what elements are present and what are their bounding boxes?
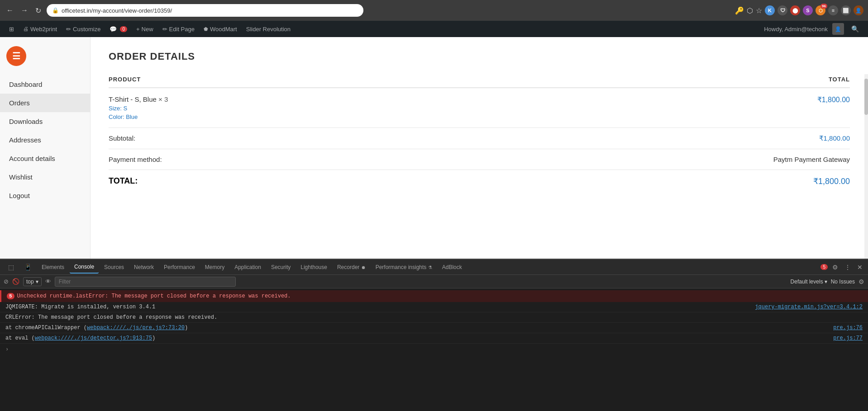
context-dropdown-icon: ▾ bbox=[36, 279, 38, 285]
ext-k-icon[interactable]: K bbox=[765, 5, 775, 15]
devtools-tab-inspect-icon[interactable]: ⬚ bbox=[4, 261, 19, 274]
wp-logo-item[interactable]: ⊞ bbox=[5, 21, 19, 37]
context-label: top bbox=[26, 279, 34, 285]
tab-performance[interactable]: Performance bbox=[159, 261, 200, 273]
sidebar-item-logout[interactable]: Logout bbox=[0, 186, 90, 205]
lock-icon: 🔒 bbox=[52, 7, 59, 14]
jqmigrate-text: JQMIGRATE: Migrate is installed, version… bbox=[5, 304, 746, 310]
chromewrapper-source[interactable]: pre.js:76 bbox=[833, 325, 863, 331]
sidebar-item-wishlist[interactable]: Wishlist bbox=[0, 168, 90, 186]
sidebar-item-orders[interactable]: Orders bbox=[0, 94, 90, 112]
order-table: PRODUCT TOTAL T-Shirt - S, Blue × 3 Size… bbox=[109, 71, 850, 193]
sidebar-item-account-details[interactable]: Account details bbox=[0, 149, 90, 168]
ext-window-icon[interactable]: ⬜ bbox=[841, 5, 851, 15]
tab-sources[interactable]: Sources bbox=[100, 261, 129, 273]
browser-right-icons: 🔑 ⬡ ☆ K 🛡 ⬤ S ⬡ 96 ≡ ⬜ 👤 bbox=[735, 5, 863, 15]
edit-page-icon: ✏ bbox=[162, 26, 167, 33]
ext-shield-icon[interactable]: 🛡 bbox=[777, 5, 787, 15]
default-levels-icon: ▾ bbox=[825, 279, 827, 285]
tab-adblock[interactable]: AdBlock bbox=[438, 261, 467, 273]
console-input-line[interactable]: › bbox=[0, 344, 868, 355]
devtools-settings-icon[interactable]: ⚙ bbox=[830, 262, 840, 273]
woodmart-item[interactable]: ⬟ WoodMart bbox=[199, 21, 242, 37]
eval-source[interactable]: pre.js:77 bbox=[833, 335, 863, 341]
ext-badge-icon[interactable]: ⬡ 96 bbox=[816, 5, 825, 15]
forward-button[interactable]: → bbox=[19, 5, 30, 16]
tab-network[interactable]: Network bbox=[129, 261, 158, 273]
page-wrapper: ☰ Dashboard Orders Downloads Addresses A… bbox=[0, 37, 868, 259]
customize-label: Customize bbox=[73, 26, 100, 33]
product-size: Size: S bbox=[109, 105, 433, 112]
slider-rev-label: Slider Revolution bbox=[246, 26, 291, 33]
tab-console[interactable]: Console bbox=[70, 261, 99, 274]
tab-performance-insights[interactable]: Performance insights ⚗ bbox=[371, 261, 437, 273]
subtotal-row: Subtotal: ₹1,800.00 bbox=[109, 128, 850, 149]
comments-item[interactable]: 💬 0 bbox=[105, 21, 132, 37]
ext-s-icon[interactable]: S bbox=[803, 5, 813, 15]
comments-badge: 0 bbox=[120, 26, 127, 32]
console-line-crlerror: CRLError: The message port closed before… bbox=[0, 312, 868, 323]
howdy-text: Howdy, Admin@techonk bbox=[759, 26, 832, 33]
wp-admin-bar: ⊞ 🖨 Web2print ✏ Customize 💬 0 + New ✏ Ed… bbox=[0, 21, 868, 37]
woodmart-label: WoodMart bbox=[210, 26, 237, 33]
tab-memory[interactable]: Memory bbox=[200, 261, 229, 273]
total-row: TOTAL: ₹1,800.00 bbox=[109, 170, 850, 193]
context-selector[interactable]: top ▾ bbox=[23, 277, 42, 286]
admin-bar-right: Howdy, Admin@techonk 👤 🔍 bbox=[759, 23, 863, 35]
devtools-more-icon[interactable]: ⋮ bbox=[843, 262, 853, 273]
tab-recorder[interactable]: Recorder ⏺ bbox=[333, 261, 370, 273]
back-button[interactable]: ← bbox=[5, 5, 15, 16]
no-issues-label: No Issues bbox=[831, 279, 855, 285]
total-col-header: TOTAL bbox=[433, 71, 850, 88]
error-count-inline: 5 bbox=[7, 293, 14, 299]
eye-icon[interactable]: 👁 bbox=[45, 278, 51, 285]
browser-chrome: ← → ↻ 🔒 officetest.in/my-account/view-or… bbox=[0, 0, 868, 21]
tab-application[interactable]: Application bbox=[230, 261, 266, 273]
product-quantity: × 3 bbox=[158, 95, 168, 103]
web2print-icon: 🖨 bbox=[23, 26, 29, 32]
eval-link[interactable]: webpack:////./js/detector.js?:913:75 bbox=[35, 335, 152, 341]
devtools-tab-device-icon[interactable]: 📱 bbox=[19, 261, 36, 274]
console-line-jqmigrate: JQMIGRATE: Migrate is installed, version… bbox=[0, 302, 868, 312]
scrollbar-thumb[interactable] bbox=[864, 79, 868, 115]
slider-revolution-item[interactable]: Slider Revolution bbox=[242, 21, 295, 37]
new-item[interactable]: + New bbox=[132, 21, 158, 37]
profile-avatar[interactable]: 👤 bbox=[854, 5, 863, 15]
star-icon[interactable]: ☆ bbox=[756, 6, 762, 15]
tab-security[interactable]: Security bbox=[267, 261, 295, 273]
sidebar-item-dashboard[interactable]: Dashboard bbox=[0, 75, 90, 94]
woodmart-icon: ⬟ bbox=[204, 26, 208, 32]
console-output: 5 Unchecked runtime.lastError: The messa… bbox=[0, 288, 868, 411]
tab-elements[interactable]: Elements bbox=[37, 261, 69, 273]
edit-page-item[interactable]: ✏ Edit Page bbox=[158, 21, 199, 37]
url-bar[interactable]: 🔒 officetest.in/my-account/view-order/10… bbox=[47, 4, 363, 17]
product-price: ₹1,800.00 bbox=[433, 88, 850, 128]
subtotal-value: ₹1,800.00 bbox=[433, 128, 850, 149]
cast-icon[interactable]: ⬡ bbox=[747, 6, 753, 15]
sidebar-item-addresses[interactable]: Addresses bbox=[0, 131, 90, 149]
jqmigrate-source[interactable]: jquery-migrate.min.js?ver=3.4.1:2 bbox=[755, 304, 863, 310]
tab-lighthouse[interactable]: Lighthouse bbox=[296, 261, 332, 273]
filter-icon[interactable]: 🚫 bbox=[12, 278, 19, 285]
new-plus-icon: + bbox=[136, 26, 140, 33]
console-line-chromewrapper: at chromeAPICallWrapper (webpack:////./j… bbox=[0, 323, 868, 333]
search-icon[interactable]: 🔍 bbox=[847, 25, 863, 33]
filter-input[interactable] bbox=[55, 277, 236, 287]
sidebar-item-downloads[interactable]: Downloads bbox=[0, 112, 90, 131]
default-levels-selector[interactable]: Default levels ▾ bbox=[791, 279, 827, 285]
new-label: New bbox=[142, 26, 153, 33]
customize-item[interactable]: ✏ Customize bbox=[62, 21, 105, 37]
key-icon[interactable]: 🔑 bbox=[735, 6, 744, 15]
devtools-gear-icon[interactable]: ⚙ bbox=[858, 278, 864, 285]
chromewrapper-link[interactable]: webpack:////./js/pre.js?:73:20 bbox=[87, 325, 185, 331]
reload-button[interactable]: ↻ bbox=[33, 5, 43, 17]
devtools-close-icon[interactable]: ✕ bbox=[855, 262, 864, 273]
eval-text: at eval (webpack:////./js/detector.js?:9… bbox=[5, 335, 824, 341]
console-prompt-icon: › bbox=[5, 346, 9, 353]
ext-menu-icon[interactable]: ≡ bbox=[828, 5, 838, 15]
ext-red-icon[interactable]: ⬤ bbox=[790, 5, 800, 15]
sidebar-menu-button[interactable]: ☰ bbox=[6, 46, 26, 66]
clear-console-icon[interactable]: ⊘ bbox=[4, 278, 9, 285]
web2print-item[interactable]: 🖨 Web2print bbox=[19, 21, 62, 37]
admin-avatar[interactable]: 👤 bbox=[832, 23, 844, 35]
